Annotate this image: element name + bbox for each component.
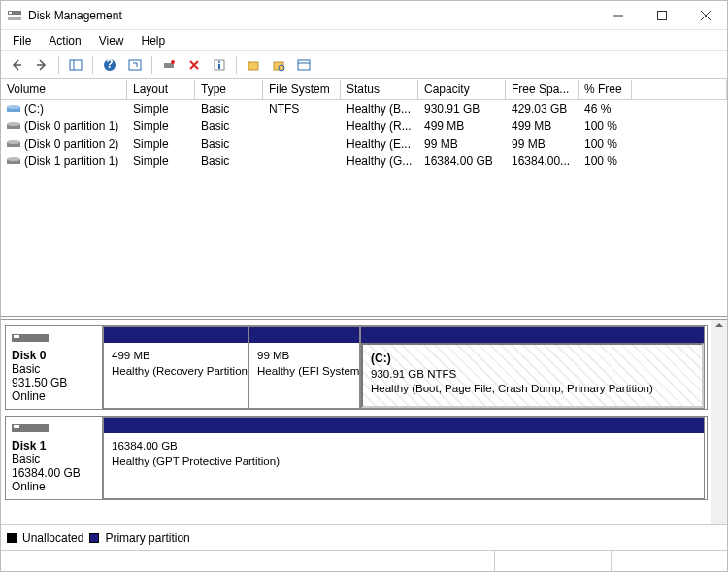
titlebar: Disk Management [1,1,727,30]
cell-layout: Simple [127,101,195,117]
svg-rect-20 [298,60,310,70]
new-volume-button[interactable] [242,54,265,76]
cell-layout: Simple [127,136,195,151]
list-filler [1,170,727,316]
cell-fs: NTFS [263,101,341,117]
menu-action[interactable]: Action [41,32,88,50]
toolbar-separator [236,56,237,74]
settings-button[interactable] [292,54,315,76]
svg-rect-4 [657,11,666,19]
cell-volume: (Disk 0 partition 2) [1,136,127,151]
partition-body: 99 MBHealthy (EFI System Partition) [249,343,359,408]
status-cell-2 [494,551,611,571]
disk-info[interactable]: Disk 1Basic16384.00 GBOnline [6,417,103,499]
svg-point-29 [7,157,20,161]
svg-text:?: ? [106,58,113,71]
svg-rect-16 [218,64,220,69]
partition-bar [249,327,359,343]
cell-volume: (C:) [1,101,127,117]
partition-bar [104,418,704,433]
col-volume[interactable]: Volume [1,79,127,99]
cell-status: Healthy (B... [341,101,418,117]
cell-pct: 46 % [579,101,632,117]
col-filesystem[interactable]: File System [263,79,341,99]
legend-unallocated: Unallocated [22,531,83,545]
svg-point-27 [7,140,20,144]
cell-pct: 100 % [579,153,632,169]
volume-rows: (C:)SimpleBasicNTFSHealthy (B...930.91 G… [1,100,727,170]
svg-rect-11 [129,60,141,70]
cell-layout: Simple [127,153,195,169]
help-button[interactable]: ? [98,54,121,76]
cell-volume: (Disk 0 partition 1) [1,118,127,134]
col-filler [632,79,727,99]
cell-fs [263,143,341,145]
volume-row[interactable]: (C:)SimpleBasicNTFSHealthy (B...930.91 G… [1,100,727,118]
volume-row[interactable]: (Disk 0 partition 1)SimpleBasicHealthy (… [1,118,727,135]
cell-capacity: 499 MB [418,118,506,134]
cell-fs [263,160,341,162]
col-status[interactable]: Status [341,79,418,99]
partition[interactable]: 99 MBHealthy (EFI System Partition) [248,326,360,409]
svg-rect-17 [248,62,258,70]
status-cell-3 [611,551,727,571]
forward-button[interactable] [30,54,53,76]
explore-button[interactable] [267,54,290,76]
svg-rect-7 [70,60,82,70]
partition-body: 16384.00 GBHealthy (GPT Protective Parti… [104,433,704,498]
volume-row[interactable]: (Disk 0 partition 2)SimpleBasicHealthy (… [1,135,727,152]
refresh-button[interactable] [123,54,147,76]
svg-rect-2 [9,12,12,14]
col-layout[interactable]: Layout [127,79,195,99]
disk-info[interactable]: Disk 0Basic931.50 GBOnline [6,326,103,409]
vertical-scrollbar[interactable] [711,320,727,524]
cell-fs [263,125,341,127]
legend-swatch-primary [89,533,99,543]
menu-view[interactable]: View [91,32,132,50]
rescan-button[interactable] [157,54,181,76]
column-headers: Volume Layout Type File System Status Ca… [1,79,727,100]
menubar: File Action View Help [1,30,727,51]
disk-partitions: 16384.00 GBHealthy (GPT Protective Parti… [103,417,707,499]
delete-button[interactable] [182,54,206,76]
minimize-button[interactable] [596,1,640,30]
menu-file[interactable]: File [5,32,39,50]
cell-pct: 100 % [579,118,632,134]
legend-primary: Primary partition [105,531,189,545]
app-icon [7,8,22,23]
legend: Unallocated Primary partition [1,524,727,550]
svg-point-15 [218,61,220,63]
partition[interactable]: 499 MBHealthy (Recovery Partition) [103,326,248,409]
svg-point-23 [7,105,20,109]
cell-status: Healthy (G... [341,153,418,169]
window-title: Disk Management [28,9,596,22]
svg-point-25 [7,122,20,126]
toolbar-separator [58,56,59,74]
cell-type: Basic [195,136,263,151]
show-hide-button[interactable] [64,54,87,76]
properties-button[interactable] [208,54,231,76]
toolbar-separator [151,56,152,74]
col-freespace[interactable]: Free Spa... [506,79,579,99]
volume-row[interactable]: (Disk 1 partition 1)SimpleBasicHealthy (… [1,152,727,170]
partition-body: 499 MBHealthy (Recovery Partition) [104,343,248,408]
col-pctfree[interactable]: % Free [579,79,632,99]
svg-rect-1 [8,17,21,20]
menu-help[interactable]: Help [134,32,174,50]
col-capacity[interactable]: Capacity [418,79,506,99]
disk-partitions: 499 MBHealthy (Recovery Partition)99 MBH… [103,326,707,409]
cell-free: 99 MB [506,136,579,151]
cell-status: Healthy (E... [341,136,418,151]
disk-row: Disk 0Basic931.50 GBOnline499 MBHealthy … [5,325,708,410]
svg-point-13 [171,60,175,64]
partition[interactable]: 16384.00 GBHealthy (GPT Protective Parti… [103,417,705,499]
close-button[interactable] [683,1,727,30]
cell-free: 16384.00... [506,153,579,169]
cell-type: Basic [195,101,263,117]
volume-list: Volume Layout Type File System Status Ca… [1,79,727,316]
maximize-button[interactable] [640,1,683,30]
cell-capacity: 99 MB [418,136,506,151]
col-type[interactable]: Type [195,79,263,99]
back-button[interactable] [5,54,28,76]
partition[interactable]: (C:)930.91 GB NTFSHealthy (Boot, Page Fi… [360,326,705,409]
